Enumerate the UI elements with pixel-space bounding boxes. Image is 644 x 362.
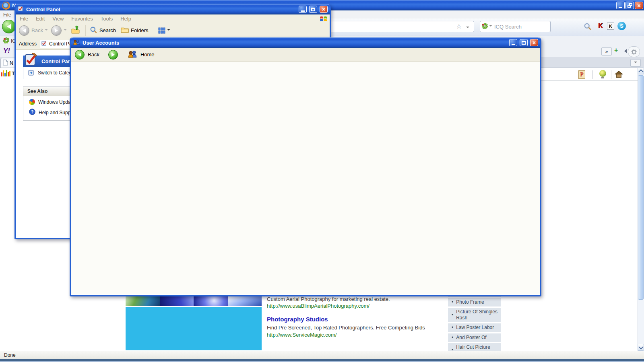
scrollbar-up-button[interactable] bbox=[638, 68, 644, 74]
ad1-description: Custom Aerial Photography for marketing … bbox=[267, 296, 452, 302]
windows-update-icon bbox=[28, 98, 36, 106]
icq-search-dropdown-icon[interactable] bbox=[489, 25, 492, 28]
list-item[interactable]: •Law Poster Labor bbox=[448, 323, 501, 332]
icons-separator bbox=[611, 70, 611, 79]
views-button[interactable] bbox=[158, 27, 170, 34]
page-icon-home[interactable] bbox=[615, 70, 623, 80]
menu-help[interactable]: Help bbox=[120, 16, 131, 22]
help-icon: ? bbox=[29, 109, 35, 116]
thumbnail-image[interactable] bbox=[126, 296, 160, 306]
folders-label[interactable]: Folders bbox=[131, 27, 148, 33]
page-icon bbox=[3, 60, 8, 67]
ua-home-icon[interactable] bbox=[128, 50, 137, 59]
icq-flower-icon bbox=[482, 23, 488, 30]
window-title: User Accounts bbox=[83, 40, 119, 46]
browser-menu-file[interactable]: File bbox=[3, 12, 11, 18]
control-panel-titlebar[interactable]: Control Panel × bbox=[16, 4, 330, 14]
tab-list-dropdown[interactable] bbox=[630, 59, 641, 67]
search-icon[interactable] bbox=[90, 26, 97, 35]
menu-view[interactable]: View bbox=[52, 16, 64, 22]
search-magnifier-icon[interactable] bbox=[584, 23, 592, 32]
firefox-icon bbox=[2, 2, 10, 10]
scrollbar-down-button[interactable] bbox=[638, 344, 644, 351]
forward-button-disabled[interactable] bbox=[51, 25, 62, 36]
user-accounts-toolbar: Back Home bbox=[71, 48, 540, 62]
menu-favorites[interactable]: Favorites bbox=[71, 16, 93, 22]
list-item[interactable]: •Picture Of Shingles Rash bbox=[448, 308, 501, 322]
control-panel-icon bbox=[18, 6, 24, 13]
minimize-button[interactable] bbox=[509, 39, 517, 46]
minimize-button[interactable] bbox=[299, 6, 307, 13]
scrollbar-thumb[interactable] bbox=[638, 75, 644, 300]
toolbar-overflow-button[interactable]: » bbox=[601, 47, 612, 56]
icq-bookmark-icon[interactable] bbox=[3, 37, 9, 45]
control-panel-menubar: File Edit View Favorites Tools Help bbox=[16, 14, 330, 23]
address-dropdown-icon[interactable] bbox=[466, 27, 469, 30]
folders-icon[interactable] bbox=[121, 27, 129, 34]
user-accounts-titlebar[interactable]: User Accounts × bbox=[71, 37, 540, 48]
status-text: Done bbox=[4, 352, 16, 358]
control-panel-toolbar: Back Search Folders bbox=[16, 23, 330, 38]
address-page-icon bbox=[41, 41, 47, 47]
tab-title: N bbox=[10, 60, 13, 66]
menu-file[interactable]: File bbox=[20, 16, 28, 22]
search-label[interactable]: Search bbox=[99, 27, 116, 33]
forward-dropdown-icon[interactable] bbox=[64, 29, 67, 32]
menu-tools[interactable]: Tools bbox=[101, 16, 113, 22]
page-icon-p[interactable]: P bbox=[578, 70, 585, 79]
control-panel-big-icon bbox=[25, 53, 37, 68]
ad2-title-link[interactable]: Photography Studios bbox=[267, 316, 452, 323]
address-label: Address bbox=[19, 41, 37, 47]
add-button[interactable]: + bbox=[614, 47, 618, 54]
close-button[interactable]: × bbox=[320, 6, 328, 13]
ad2-description: Find Pre Screened, Top Rated Photographe… bbox=[267, 325, 452, 331]
maximize-button[interactable] bbox=[520, 39, 528, 46]
collapse-left-icon[interactable] bbox=[622, 49, 627, 53]
ad-text-column: Custom Aerial Photography for marketing … bbox=[267, 296, 452, 338]
ad-banner-block[interactable] bbox=[126, 307, 262, 350]
back-label: Back bbox=[31, 27, 43, 33]
user-accounts-content bbox=[71, 62, 540, 294]
ad1-url[interactable]: http://www.usaBlimpAerialPhotography.com… bbox=[267, 303, 452, 309]
svg-text:?: ? bbox=[31, 109, 34, 114]
browser-close-button[interactable]: × bbox=[635, 2, 643, 9]
back-button-disabled[interactable] bbox=[19, 25, 29, 36]
ad2-url[interactable]: http://www.ServiceMagic.com/ bbox=[267, 332, 452, 338]
thumbnail-image[interactable] bbox=[194, 296, 228, 306]
browser-back-button[interactable] bbox=[2, 20, 16, 33]
browser-minimize-button[interactable] bbox=[616, 2, 625, 9]
icq-search-box bbox=[480, 21, 551, 32]
user-accounts-icon bbox=[73, 39, 80, 46]
skype-icon[interactable]: S bbox=[617, 22, 626, 30]
page-icon-globe[interactable] bbox=[599, 70, 607, 79]
ad-thumbnail-strip[interactable] bbox=[126, 296, 262, 306]
icq-search-input[interactable] bbox=[493, 23, 545, 30]
k-toolbar-icon[interactable]: K bbox=[607, 23, 614, 30]
ua-back-label[interactable]: Back bbox=[88, 51, 99, 58]
yahoo-icon[interactable]: Y! bbox=[3, 47, 10, 55]
browser-statusbar: Done bbox=[0, 351, 644, 359]
thumbnail-image[interactable] bbox=[228, 296, 262, 306]
bookmark-star-icon[interactable]: ☆ bbox=[456, 23, 462, 30]
thumbnail-image[interactable] bbox=[160, 296, 194, 306]
close-button[interactable]: × bbox=[530, 39, 538, 46]
menu-edit[interactable]: Edit bbox=[36, 16, 45, 22]
list-item[interactable]: •Photo Frame bbox=[448, 298, 501, 306]
up-folder-button[interactable] bbox=[71, 25, 80, 35]
gear-icon[interactable] bbox=[628, 46, 640, 57]
window-title: Control Panel bbox=[26, 6, 60, 12]
ua-back-button[interactable] bbox=[75, 50, 85, 60]
back-dropdown-icon[interactable] bbox=[45, 29, 48, 32]
maximize-button[interactable] bbox=[309, 6, 317, 13]
ua-home-label[interactable]: Home bbox=[140, 51, 155, 58]
browser-restore-button[interactable] bbox=[625, 2, 634, 9]
site-logo: T bbox=[1, 69, 15, 76]
windows-logo-icon bbox=[320, 15, 327, 23]
ua-forward-button[interactable] bbox=[108, 50, 118, 60]
icons-separator bbox=[592, 70, 593, 79]
user-accounts-window: User Accounts × Back Home bbox=[70, 37, 541, 296]
list-item[interactable]: •And Poster Of bbox=[448, 333, 501, 342]
kaspersky-icon[interactable]: K bbox=[598, 22, 603, 29]
